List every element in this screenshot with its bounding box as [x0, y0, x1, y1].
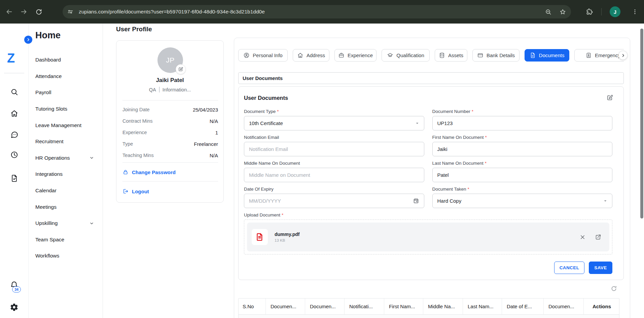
profile-subtitle: QA Information...	[116, 87, 223, 92]
zoom-minus-icon[interactable]	[545, 8, 552, 15]
home-icon	[10, 109, 19, 118]
sidebar-item-tutoring-slots[interactable]: Tutoring Slots	[29, 101, 103, 117]
sidebar-item-upskilling[interactable]: Upskilling	[29, 215, 103, 232]
sidebar-item-hr-operations[interactable]: HR Operations	[29, 150, 103, 166]
save-button[interactable]: SAVE	[589, 262, 612, 274]
document-icon	[530, 52, 536, 58]
sidebar-item-payroll[interactable]: Payroll	[29, 84, 103, 101]
sidebar-item-integrations[interactable]: Integrations	[29, 166, 103, 183]
sidebar-rail: Z 34	[0, 24, 29, 318]
sidebar-item-attendance[interactable]: Attendance	[29, 68, 103, 85]
app-logo[interactable]: Z	[7, 52, 15, 65]
address-bar[interactable]: zupians.com/profile/documents?user=b5970…	[63, 5, 571, 18]
browser-menu-button[interactable]	[629, 5, 641, 18]
chat-bubble-icon	[10, 130, 19, 139]
edit-pencil-icon	[606, 94, 613, 101]
refresh-icon	[610, 285, 617, 292]
rail-search-button[interactable]	[7, 88, 21, 97]
document-check-icon	[10, 174, 19, 183]
remove-file-button[interactable]	[579, 234, 586, 240]
rail-home-button[interactable]	[7, 109, 21, 119]
col-sno[interactable]: S.No	[239, 299, 265, 314]
col-notification-email[interactable]: Notificati...	[344, 299, 384, 314]
file-meta: dummy.pdf 13 KB	[275, 232, 299, 242]
rail-settings-button[interactable]	[7, 303, 21, 312]
sidebar-items: Dashboard Attendance Payroll Tutoring Sl…	[29, 52, 103, 264]
sidebar-collapse-button[interactable]	[24, 36, 32, 44]
tabs-scroll-right-button[interactable]	[618, 51, 628, 60]
open-file-button[interactable]	[595, 234, 601, 240]
col-document-number[interactable]: Documen...	[305, 299, 344, 314]
middle-name-input[interactable]	[249, 172, 419, 178]
sidebar-item-recruitment[interactable]: Recruitment	[29, 133, 103, 150]
field-first-name: First Name On Document*	[432, 135, 613, 156]
browser-profile-avatar[interactable]: J	[610, 6, 620, 17]
user-documents-accordion-header[interactable]: User Documents	[238, 72, 624, 84]
puzzle-icon	[585, 8, 593, 15]
notification-email-input[interactable]	[249, 146, 419, 152]
col-middle-name[interactable]: Middle Na...	[423, 299, 463, 314]
field-notification-email: Notification Email	[244, 135, 424, 156]
sidebar-item-dashboard[interactable]: Dashboard	[29, 52, 103, 68]
divider	[122, 100, 218, 101]
bookmark-star-icon[interactable]	[559, 8, 566, 15]
dropdown-caret-icon	[603, 199, 607, 203]
col-first-name[interactable]: First Nam...	[384, 299, 423, 314]
logout-link[interactable]: Logout	[122, 185, 149, 198]
table-body-row	[239, 315, 619, 318]
documents-table-header: S.No Documen... Documen... Notificati...…	[239, 299, 619, 315]
tab-personal-info[interactable]: Personal Info	[238, 49, 288, 62]
section-edit-button[interactable]	[606, 94, 613, 101]
rail-chat-button[interactable]	[7, 130, 21, 140]
close-icon	[579, 234, 586, 240]
tab-bank-details[interactable]: Bank Details	[472, 49, 520, 62]
profile-details: Joining Date 25/04/2023 Contract Mins N/…	[122, 104, 218, 161]
first-name-input[interactable]	[437, 146, 608, 152]
col-document-type[interactable]: Documen...	[265, 299, 305, 314]
col-date-of-expiry[interactable]: Date of E...	[502, 299, 543, 314]
tab-documents[interactable]: Documents	[525, 49, 569, 62]
gear-icon	[10, 303, 19, 312]
last-name-input[interactable]	[437, 172, 608, 178]
chevron-down-icon	[89, 155, 94, 160]
col-last-name[interactable]: Last Nam...	[463, 299, 502, 314]
browser-back-button[interactable]	[3, 5, 15, 18]
file-size: 13 KB	[275, 238, 299, 242]
profile-tabs: Personal Info Address Experience Qualifi…	[238, 49, 624, 62]
uploaded-file-chip: dummy.pdf 13 KB	[247, 223, 609, 251]
tab-qualification[interactable]: Qualification	[382, 49, 430, 62]
site-controls-button[interactable]	[65, 7, 75, 17]
date-of-expiry-input-wrap	[244, 194, 424, 208]
document-type-select[interactable]: 10th Certificate	[244, 116, 424, 130]
document-taken-select[interactable]: Hard Copy	[432, 194, 613, 208]
rail-documents-button[interactable]	[7, 174, 21, 184]
document-number-input[interactable]	[437, 120, 608, 126]
table-refresh-button[interactable]	[610, 285, 617, 292]
url-text[interactable]: zupians.com/profile/documents?user=b5970…	[79, 9, 541, 15]
col-document-taken[interactable]: Documen...	[543, 299, 583, 314]
date-of-expiry-input[interactable]	[249, 198, 413, 204]
avatar-edit-button[interactable]	[176, 64, 186, 74]
sidebar-item-meetings[interactable]: Meetings	[29, 199, 103, 215]
browser-forward-button[interactable]	[17, 5, 30, 18]
tab-emergency[interactable]: Emergency	[574, 49, 624, 62]
change-password-link[interactable]: Change Password	[122, 166, 176, 178]
tab-address[interactable]: Address	[293, 49, 329, 62]
tab-assets[interactable]: Assets	[435, 49, 467, 62]
extensions-button[interactable]	[583, 5, 596, 18]
browser-reload-button[interactable]	[32, 5, 45, 18]
sidebar-item-calendar[interactable]: Calendar	[29, 183, 103, 199]
upload-dropzone[interactable]: dummy.pdf 13 KB	[244, 220, 612, 254]
field-document-number: Document Number*	[432, 109, 613, 130]
cancel-button[interactable]: CANCEL	[554, 262, 584, 274]
sidebar-item-team-space[interactable]: Team Space	[29, 232, 103, 248]
sidebar-item-workflows[interactable]: Workflows	[29, 248, 103, 264]
external-link-icon	[595, 234, 601, 240]
tab-experience[interactable]: Experience	[334, 49, 377, 62]
page-scrollbar[interactable]	[640, 29, 643, 218]
profile-avatar-wrap: JP	[157, 47, 183, 73]
calendar-icon[interactable]	[413, 198, 419, 204]
rail-clock-button[interactable]	[7, 151, 21, 160]
sidebar-item-leave-management[interactable]: Leave Management	[29, 117, 103, 133]
forward-arrow-icon	[20, 8, 28, 15]
